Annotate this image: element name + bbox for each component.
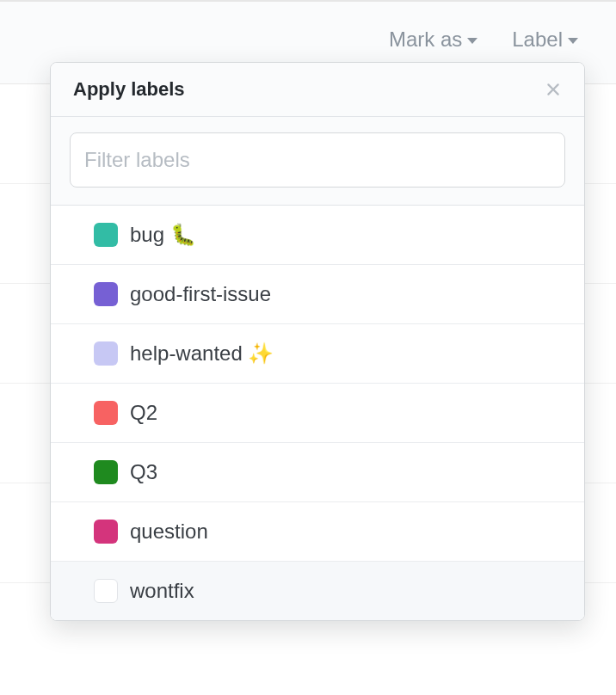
close-icon: [543, 79, 564, 100]
label-button[interactable]: Label: [512, 28, 578, 52]
dropdown-header: Apply labels: [51, 63, 584, 117]
label-item-bug[interactable]: bug 🐛: [51, 206, 584, 265]
label-name: wontfix: [130, 579, 194, 603]
label-swatch: [94, 401, 118, 425]
label-item-question[interactable]: question: [51, 502, 584, 562]
close-button[interactable]: [543, 79, 564, 100]
filter-labels-input[interactable]: [70, 132, 565, 188]
label-name: bug 🐛: [130, 223, 196, 247]
label-list: bug 🐛 good-first-issue help-wanted ✨ Q2 …: [51, 206, 584, 620]
label-item-q3[interactable]: Q3: [51, 443, 584, 502]
label-name: help-wanted ✨: [130, 341, 274, 366]
labels-dropdown: Apply labels bug 🐛 good-first-issue help…: [50, 62, 585, 621]
label-item-good-first-issue[interactable]: good-first-issue: [51, 265, 584, 324]
caret-down-icon: [568, 38, 578, 44]
label-name: good-first-issue: [130, 282, 271, 306]
label-swatch: [94, 282, 118, 306]
label-swatch: [94, 520, 118, 544]
label-swatch: [94, 223, 118, 247]
mark-as-button[interactable]: Mark as: [389, 28, 477, 52]
label-name: Q2: [130, 401, 157, 425]
label-swatch: [94, 460, 118, 484]
label-item-q2[interactable]: Q2: [51, 384, 584, 443]
filter-container: [51, 117, 584, 206]
dropdown-title: Apply labels: [73, 78, 185, 101]
label-item-wontfix[interactable]: wontfix: [51, 562, 584, 620]
label-swatch: [94, 579, 118, 603]
caret-down-icon: [467, 38, 477, 44]
label-name: Q3: [130, 460, 157, 484]
label-button-label: Label: [512, 28, 563, 52]
label-swatch: [94, 341, 118, 366]
label-name: question: [130, 520, 208, 544]
label-item-help-wanted[interactable]: help-wanted ✨: [51, 324, 584, 384]
mark-as-label: Mark as: [389, 28, 462, 52]
